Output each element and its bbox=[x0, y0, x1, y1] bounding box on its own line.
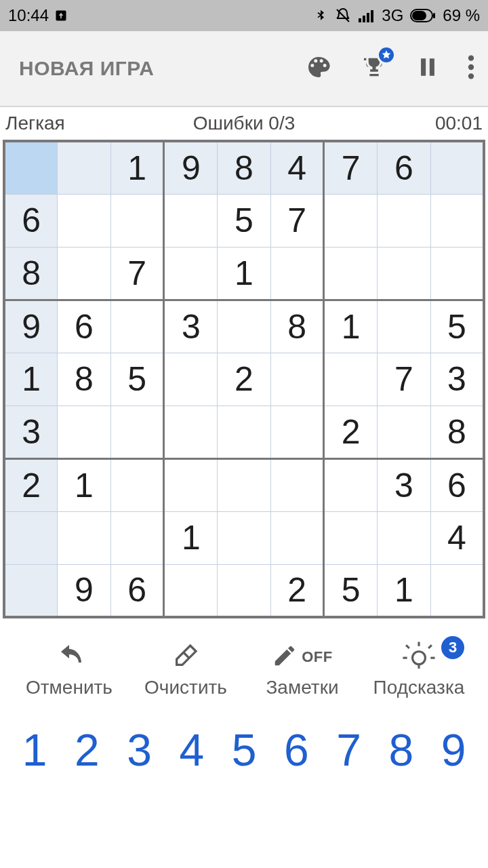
erase-button[interactable]: Очистить bbox=[128, 642, 243, 698]
sudoku-cell[interactable]: 5 bbox=[218, 194, 271, 247]
sudoku-cell[interactable] bbox=[324, 194, 378, 247]
sudoku-cell[interactable]: 2 bbox=[270, 564, 324, 617]
sudoku-cell[interactable] bbox=[110, 458, 164, 511]
sudoku-cell[interactable] bbox=[218, 564, 271, 617]
numpad-9[interactable]: 9 bbox=[430, 724, 477, 776]
sudoku-cell[interactable]: 8 bbox=[58, 353, 111, 406]
sudoku-cell[interactable] bbox=[324, 458, 378, 511]
sudoku-cell[interactable] bbox=[218, 406, 271, 458]
sudoku-cell[interactable]: 3 bbox=[378, 458, 431, 511]
sudoku-cell[interactable]: 8 bbox=[270, 300, 324, 353]
sudoku-cell[interactable] bbox=[324, 511, 378, 564]
sudoku-cell[interactable] bbox=[164, 194, 218, 247]
sudoku-cell[interactable]: 7 bbox=[270, 194, 324, 247]
sudoku-cell[interactable] bbox=[430, 247, 484, 300]
sudoku-cell[interactable]: 1 bbox=[110, 141, 164, 194]
sudoku-cell[interactable]: 6 bbox=[4, 194, 58, 247]
theme-button[interactable] bbox=[305, 54, 332, 83]
notes-button[interactable]: OFF Заметки bbox=[245, 642, 360, 698]
sudoku-cell[interactable]: 2 bbox=[218, 353, 271, 406]
sudoku-cell[interactable] bbox=[324, 353, 378, 406]
sudoku-cell[interactable] bbox=[58, 511, 111, 564]
sudoku-cell[interactable] bbox=[430, 564, 484, 617]
sudoku-cell[interactable]: 1 bbox=[378, 564, 431, 617]
sudoku-cell[interactable]: 5 bbox=[110, 353, 164, 406]
sudoku-cell[interactable] bbox=[430, 194, 484, 247]
sudoku-cell[interactable]: 8 bbox=[218, 141, 271, 194]
undo-button[interactable]: Отменить bbox=[12, 642, 127, 698]
sudoku-cell[interactable]: 1 bbox=[164, 511, 218, 564]
sudoku-cell[interactable] bbox=[164, 353, 218, 406]
hint-button[interactable]: 3 Подсказка bbox=[361, 642, 476, 698]
sudoku-cell[interactable] bbox=[270, 353, 324, 406]
sudoku-cell[interactable]: 1 bbox=[58, 458, 111, 511]
sudoku-cell[interactable] bbox=[110, 406, 164, 458]
sudoku-cell[interactable] bbox=[4, 564, 58, 617]
new-game-button[interactable]: НОВАЯ ИГРА bbox=[19, 57, 154, 80]
sudoku-cell[interactable] bbox=[4, 141, 58, 194]
sudoku-cell[interactable] bbox=[58, 194, 111, 247]
sudoku-cell[interactable] bbox=[58, 406, 111, 458]
sudoku-cell[interactable]: 7 bbox=[378, 353, 431, 406]
sudoku-cell[interactable] bbox=[270, 458, 324, 511]
sudoku-cell[interactable]: 1 bbox=[324, 300, 378, 353]
sudoku-cell[interactable]: 1 bbox=[4, 353, 58, 406]
sudoku-cell[interactable] bbox=[110, 300, 164, 353]
numpad-7[interactable]: 7 bbox=[325, 724, 373, 776]
sudoku-cell[interactable] bbox=[378, 300, 431, 353]
numpad-6[interactable]: 6 bbox=[272, 724, 320, 776]
sudoku-cell[interactable] bbox=[270, 511, 324, 564]
sudoku-cell[interactable] bbox=[164, 406, 218, 458]
sudoku-cell[interactable] bbox=[218, 511, 271, 564]
sudoku-cell[interactable] bbox=[430, 141, 484, 194]
sudoku-board[interactable]: 19847665787196381518527332821361496251 bbox=[3, 140, 485, 618]
sudoku-cell[interactable] bbox=[218, 300, 271, 353]
sudoku-cell[interactable] bbox=[378, 406, 431, 458]
sudoku-cell[interactable] bbox=[110, 194, 164, 247]
sudoku-cell[interactable] bbox=[218, 458, 271, 511]
sudoku-cell[interactable]: 7 bbox=[324, 141, 378, 194]
sudoku-cell[interactable]: 4 bbox=[270, 141, 324, 194]
numpad-5[interactable]: 5 bbox=[220, 724, 268, 776]
sudoku-cell[interactable] bbox=[378, 511, 431, 564]
numpad-3[interactable]: 3 bbox=[116, 724, 163, 776]
sudoku-cell[interactable]: 9 bbox=[164, 141, 218, 194]
sudoku-cell[interactable]: 5 bbox=[324, 564, 378, 617]
sudoku-cell[interactable] bbox=[58, 141, 111, 194]
sudoku-cell[interactable] bbox=[4, 511, 58, 564]
sudoku-cell[interactable]: 6 bbox=[378, 141, 431, 194]
sudoku-cell[interactable] bbox=[110, 511, 164, 564]
sudoku-cell[interactable]: 2 bbox=[4, 458, 58, 511]
sudoku-cell[interactable]: 9 bbox=[4, 300, 58, 353]
sudoku-cell[interactable]: 4 bbox=[430, 511, 484, 564]
sudoku-cell[interactable]: 9 bbox=[58, 564, 111, 617]
numpad-4[interactable]: 4 bbox=[168, 724, 216, 776]
sudoku-cell[interactable] bbox=[324, 247, 378, 300]
sudoku-cell[interactable]: 1 bbox=[218, 247, 271, 300]
sudoku-cell[interactable]: 3 bbox=[430, 353, 484, 406]
numpad-2[interactable]: 2 bbox=[63, 724, 110, 776]
sudoku-cell[interactable]: 6 bbox=[110, 564, 164, 617]
sudoku-cell[interactable]: 8 bbox=[430, 406, 484, 458]
sudoku-cell[interactable] bbox=[378, 194, 431, 247]
numpad-8[interactable]: 8 bbox=[378, 724, 425, 776]
sudoku-cell[interactable] bbox=[58, 247, 111, 300]
sudoku-cell[interactable]: 8 bbox=[4, 247, 58, 300]
overflow-menu-button[interactable] bbox=[468, 54, 474, 83]
sudoku-cell[interactable] bbox=[378, 247, 431, 300]
numpad-1[interactable]: 1 bbox=[11, 724, 58, 776]
sudoku-cell[interactable]: 3 bbox=[164, 300, 218, 353]
sudoku-cell[interactable]: 6 bbox=[430, 458, 484, 511]
sudoku-cell[interactable]: 2 bbox=[324, 406, 378, 458]
sudoku-cell[interactable]: 7 bbox=[110, 247, 164, 300]
sudoku-cell[interactable] bbox=[164, 247, 218, 300]
sudoku-cell[interactable]: 6 bbox=[58, 300, 111, 353]
sudoku-cell[interactable] bbox=[270, 247, 324, 300]
sudoku-cell[interactable] bbox=[164, 458, 218, 511]
sudoku-cell[interactable] bbox=[270, 406, 324, 458]
pause-button[interactable] bbox=[416, 54, 439, 83]
sudoku-cell[interactable]: 5 bbox=[430, 300, 484, 353]
sudoku-cell[interactable] bbox=[164, 564, 218, 617]
sudoku-cell[interactable]: 3 bbox=[4, 406, 58, 458]
achievements-button[interactable] bbox=[361, 54, 388, 83]
